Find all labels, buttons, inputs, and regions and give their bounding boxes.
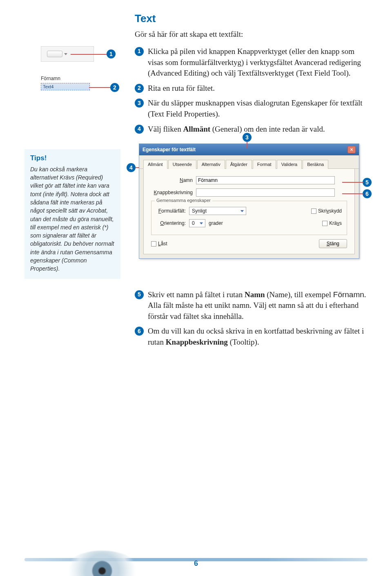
- tips-body: Du kan också markera alternativet Krävs …: [30, 165, 115, 273]
- dialog-titlebar[interactable]: Egenskaper för textfält ×: [139, 144, 359, 155]
- field-label: Förnamn: [41, 76, 110, 81]
- tips-title: Tips!: [30, 153, 115, 164]
- step-number-4: 4: [135, 125, 144, 134]
- tab-format[interactable]: Format: [253, 160, 276, 169]
- name-field[interactable]: [196, 176, 335, 184]
- step-3: 3 När du släpper musknappen visas dialog…: [135, 98, 368, 119]
- callout-6: 6: [363, 189, 372, 198]
- tooltip-field[interactable]: [196, 188, 335, 197]
- step-5: 5 Skriv ett namn på fältet i rutan Namn …: [135, 289, 368, 322]
- tab-general[interactable]: Allmänt: [143, 160, 167, 169]
- step-number-1: 1: [135, 47, 144, 56]
- field-illustration: Förnamn Text4 2: [41, 76, 110, 90]
- callout-5: 5: [363, 178, 372, 187]
- page-number: 6: [0, 559, 392, 568]
- step-number-2: 2: [135, 84, 144, 93]
- step-2: 2 Rita en ruta för fältet.: [135, 83, 368, 94]
- step-number-3: 3: [135, 99, 144, 108]
- tab-calculate[interactable]: Beräkna: [303, 160, 328, 169]
- checkbox-icon: [151, 241, 156, 247]
- tab-validate[interactable]: Validera: [277, 160, 302, 169]
- properties-dialog: Egenskaper för textfält × Allmänt Utseen…: [139, 143, 359, 259]
- step-4-text: Välj fliken Allmänt (General) om den int…: [148, 124, 325, 135]
- orientation-select[interactable]: 0: [189, 219, 205, 227]
- intro-text: Gör så här för att skapa ett textfält:: [135, 30, 368, 39]
- checkbox-icon: [311, 208, 316, 214]
- readonly-checkbox[interactable]: Skrivskydd: [311, 208, 342, 214]
- step-6-text: Om du vill kan du också skriva in en kor…: [148, 326, 368, 347]
- name-field-label: Namn: [151, 177, 196, 183]
- step-1: 1 Klicka på pilen vid knappen Knappverkt…: [135, 46, 368, 79]
- callout-4: 4: [127, 163, 136, 172]
- dialog-title: Egenskaper för textfält: [143, 147, 196, 152]
- checkbox-icon: [322, 221, 327, 226]
- group-legend: Gemensamma egenskaper: [155, 198, 212, 203]
- page-footer: 6: [0, 543, 392, 576]
- orientation-label: Orientering:: [156, 220, 189, 226]
- locked-checkbox[interactable]: Låst: [151, 241, 167, 247]
- toolbar-illustration: 1: [41, 46, 94, 62]
- callout-2: 2: [110, 83, 119, 92]
- common-properties-group: Gemensamma egenskaper Formulärfält: Synl…: [151, 201, 347, 235]
- step-1-text: Klicka på pilen vid knappen Knappverktyg…: [148, 46, 368, 79]
- dropdown-arrow-icon: [64, 53, 67, 55]
- tab-actions[interactable]: Åtgärder: [226, 160, 252, 169]
- orientation-unit: grader: [209, 220, 223, 226]
- step-4: 4 Välj fliken Allmänt (General) om den i…: [135, 124, 368, 135]
- tips-box: Tips! Du kan också markera alternativet …: [24, 149, 120, 279]
- step-5-text: Skriv ett namn på fältet i rutan Namn (N…: [148, 289, 368, 322]
- close-button[interactable]: Stäng: [319, 239, 347, 248]
- tool-button: [47, 51, 62, 57]
- tooltip-field-label: Knappbeskrivning: [151, 190, 196, 195]
- callout-1: 1: [107, 49, 116, 58]
- field-placeholder: Text4: [43, 84, 53, 89]
- tab-options[interactable]: Alternativ: [197, 160, 225, 169]
- tab-appearance[interactable]: Utseende: [168, 160, 196, 169]
- section-title: Text: [135, 12, 368, 25]
- step-number-6: 6: [135, 327, 144, 336]
- step-6: 6 Om du vill kan du också skriva in en k…: [135, 326, 368, 347]
- formfield-select[interactable]: Synligt: [189, 207, 246, 215]
- callout-3: 3: [243, 133, 252, 142]
- text-field-preview: Text4: [41, 83, 90, 90]
- step-3-text: När du släpper musknappen visas dialogru…: [148, 98, 368, 119]
- formfield-label: Formulärfält:: [156, 208, 189, 214]
- required-checkbox[interactable]: Krävs: [322, 220, 342, 226]
- close-icon[interactable]: ×: [347, 146, 356, 153]
- step-number-5: 5: [135, 290, 144, 299]
- step-2-text: Rita en ruta för fältet.: [148, 83, 215, 94]
